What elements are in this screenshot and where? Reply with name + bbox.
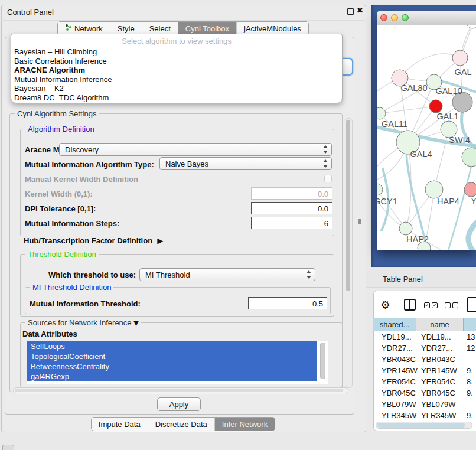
network-node-hap4[interactable]	[425, 181, 443, 198]
tab-infer-network[interactable]: Infer Network	[214, 418, 275, 431]
float-window-icon[interactable]	[347, 8, 354, 15]
tab-select[interactable]: Select	[142, 22, 178, 35]
screen: Control Panel ✖ NetworkStyleSelectCyni T…	[0, 0, 476, 450]
network-node-right-green[interactable]	[462, 148, 476, 167]
algorithm-item-mutual-information-inference[interactable]: Mutual Information Inference	[11, 75, 342, 84]
table-horizontal-scrollbar[interactable]	[376, 422, 472, 429]
columns-icon[interactable]	[404, 299, 416, 311]
node-label-y: Y	[471, 196, 476, 206]
algorithm-item-bayesian-k2[interactable]: Bayesian – K2	[11, 84, 342, 93]
attribute-item-topologicalcoefficient[interactable]: TopologicalCoefficient	[27, 351, 317, 361]
table-rows: YDL19...YDL19...13YDR27...YDR27...12YBR0…	[373, 331, 476, 422]
settings-vertical-scrollbar[interactable]	[345, 118, 353, 388]
aracne-mode-combo[interactable]: Discovery	[59, 143, 332, 156]
dropdown-prompt: Select algorithm to view settings	[11, 34, 342, 47]
network-tab-icon	[65, 24, 72, 33]
table-cell: 9.	[467, 366, 473, 375]
select-all-checkbox-icon[interactable]: ✓	[424, 302, 430, 308]
algorithm-item-basic-correlation-inference[interactable]: Basic Correlation Inference	[11, 57, 342, 66]
select-all-checkbox-icon[interactable]: ✓	[432, 302, 438, 308]
deselect-all-checkbox-icon[interactable]	[452, 302, 458, 308]
network-node-hap2[interactable]	[399, 222, 412, 235]
deselect-all-checkbox-icon[interactable]	[445, 302, 451, 308]
network-node-gal2[interactable]	[452, 50, 468, 66]
data-attributes-list[interactable]: SelfLoopsTopologicalCoefficientBetweenne…	[27, 341, 328, 384]
aracne-mode-value: Discovery	[65, 145, 99, 154]
manual-kernel-checkbox[interactable]	[324, 175, 332, 182]
data-attributes-label: Data Attributes	[22, 330, 77, 338]
mi-steps-field[interactable]: 6	[251, 217, 332, 229]
which-threshold-combo[interactable]: MI Threshold	[139, 268, 315, 281]
minimized-panel-chip[interactable]	[2, 445, 14, 450]
tab-impute-data[interactable]: Impute Data	[92, 418, 148, 431]
table-row[interactable]: YER054CYER054C8.	[373, 376, 476, 387]
network-node-gal11[interactable]	[377, 107, 386, 119]
hub-definition-toggle[interactable]: Hub/Transcription Factor Definition ▶	[24, 236, 163, 245]
table-row[interactable]: YDL19...YDL19...13	[373, 331, 476, 343]
table-cell: 9.	[467, 411, 473, 420]
dpi-tolerance-label: DPI Tolerance [0,1]:	[25, 204, 96, 213]
close-icon[interactable]: ✖	[357, 6, 363, 15]
close-traffic-light[interactable]	[380, 14, 387, 21]
table-row[interactable]: YLR345WYLR345W9.	[373, 410, 476, 421]
column-header-name[interactable]: name	[416, 318, 464, 331]
network-node-red-node[interactable]	[429, 100, 442, 113]
expand-right-icon[interactable]: ▶	[155, 236, 164, 245]
table-row[interactable]: YBR043CYBR043C	[373, 354, 476, 365]
panel-divider-grip[interactable]	[358, 219, 361, 224]
tab-network[interactable]: Network	[58, 22, 110, 35]
sources-legend-label: Sources for Network Inference	[28, 318, 132, 327]
column-header-shared-name[interactable]: shared...	[373, 318, 416, 331]
export-table-icon[interactable]	[467, 297, 476, 312]
table-cell: YDR27...	[382, 344, 413, 353]
gear-icon[interactable]: ⚙	[380, 299, 390, 311]
network-node-salmon-node[interactable]	[464, 182, 476, 197]
mi-type-combo[interactable]: Naive Bayes	[159, 157, 332, 170]
algorithm-item-bayesian-hill-climbing[interactable]: Bayesian – Hill Climbing	[11, 47, 342, 57]
network-node-gcy1[interactable]	[377, 184, 383, 195]
table-row[interactable]: YDR27...YDR27...12	[373, 343, 476, 354]
tab-discretize-data[interactable]: Discretize Data	[148, 418, 214, 431]
which-threshold-label: Which threshold to use:	[47, 270, 136, 279]
table-cell: YBR045C	[421, 389, 455, 397]
network-edge-highlighted[interactable]	[468, 219, 476, 250]
tab-label: jActiveMNodules	[244, 24, 301, 33]
node-label-gal4: GAL4	[410, 149, 432, 159]
network-node-top-partial[interactable]	[467, 25, 476, 28]
bottom-tabbar: Impute DataDiscretize DataInfer Network	[91, 417, 275, 431]
network-canvas[interactable]: GALGAL80GAL10GAL1GAL11SWI4GAL4GCY1HAP4YH…	[377, 25, 476, 250]
list-scrollbar[interactable]	[320, 343, 325, 379]
settings-horizontal-scrollbar[interactable]	[13, 387, 348, 394]
network-edge[interactable]	[380, 106, 436, 113]
sources-legend[interactable]: Sources for Network Inference ▼	[25, 318, 141, 327]
tab-style[interactable]: Style	[110, 22, 142, 35]
zoom-traffic-light[interactable]	[402, 14, 409, 21]
dpi-tolerance-field[interactable]: 0.0	[251, 202, 332, 214]
minimize-traffic-light[interactable]	[391, 14, 398, 21]
apply-button[interactable]: Apply	[157, 397, 201, 411]
algorithm-item-dream8-dc-tdc-algorithm[interactable]: Dream8 DC_TDC Algorithm	[11, 93, 342, 103]
attribute-item-gal4rgexp[interactable]: gal4RGexp	[27, 371, 317, 381]
network-window-titlebar[interactable]	[377, 11, 476, 25]
table-cell: YBR043C	[382, 355, 416, 364]
algorithm-item-aracne-algorithm[interactable]: ARACNE Algorithm	[11, 66, 342, 75]
attribute-item-selfloops[interactable]: SelfLoops	[27, 341, 317, 351]
attribute-item-betweennesscentrality[interactable]: BetweennessCentrality	[27, 361, 317, 371]
collapse-down-icon[interactable]: ▼	[133, 319, 138, 327]
threshold-definition-legend: Threshold Definition	[25, 250, 99, 259]
table-row[interactable]: YBL079WYBL079W	[373, 399, 476, 410]
kernel-width-field[interactable]: 0.0	[251, 187, 332, 200]
mi-threshold-label: Mutual Information Threshold:	[30, 299, 141, 308]
tab-jactivemnodules[interactable]: jActiveMNodules	[236, 22, 308, 35]
table-row[interactable]: YPR145WYPR145W9.	[373, 365, 476, 376]
column-header-partial[interactable]	[464, 318, 476, 331]
tab-label: Impute Data	[99, 420, 141, 429]
tab-label: Network	[74, 24, 103, 33]
mi-threshold-field[interactable]: 0.5	[248, 297, 327, 309]
tab-label: Infer Network	[222, 420, 268, 429]
table-row[interactable]: YBR045CYBR045C9.	[373, 387, 476, 399]
tab-cyni-toolbox[interactable]: Cyni Toolbox	[178, 22, 236, 35]
node-label-gal80: GAL80	[400, 83, 427, 93]
node-label-gcy1: GCY1	[377, 197, 397, 206]
table-cell: YPR145W	[382, 366, 418, 375]
